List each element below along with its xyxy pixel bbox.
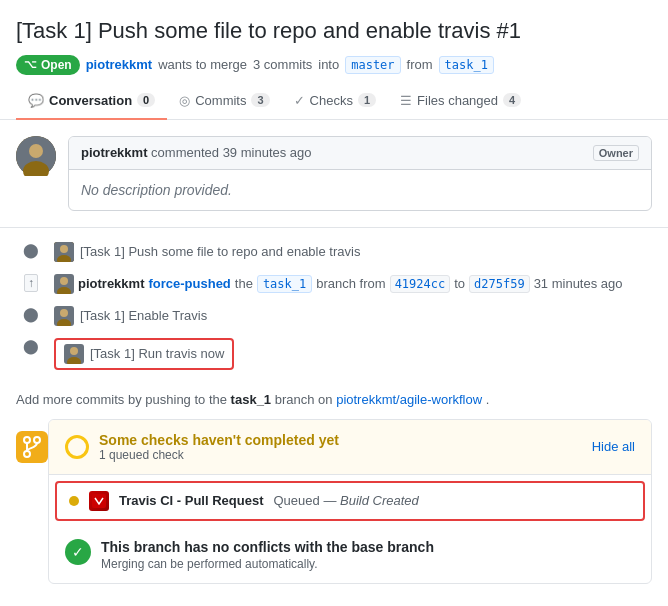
svg-point-15	[24, 437, 30, 443]
travis-ci-logo	[89, 491, 109, 511]
checks-subtitle: 1 queued check	[99, 448, 582, 462]
tab-files-changed[interactable]: ☰ Files changed 4	[388, 83, 533, 120]
timeline-icon-col: ⬤	[16, 242, 46, 258]
timeline: ⬤ [Task 1] Push some file to repo and en…	[0, 228, 668, 384]
page-title: [Task 1] Push some file to repo and enab…	[16, 16, 652, 47]
from-hash[interactable]: 41924cc	[390, 275, 451, 293]
push-branch-text: branch from	[316, 276, 385, 291]
status-label: Open	[41, 58, 72, 72]
svg-point-7	[60, 277, 68, 285]
files-count: 4	[503, 93, 521, 107]
hide-all-link[interactable]: Hide all	[592, 439, 635, 454]
note-branch: task_1	[231, 392, 271, 407]
timeline-icon-col: ↑	[16, 274, 46, 292]
check-queued: Queued	[274, 493, 320, 508]
timeline-icon-col: ⬤	[16, 338, 46, 354]
pr-commits-count: 3 commits	[253, 57, 312, 72]
checks-count: 1	[358, 93, 376, 107]
push-content: piotrekkmt force-pushed the task_1 branc…	[54, 274, 623, 294]
check-name: Travis CI - Pull Request	[119, 493, 264, 508]
note-pre: Add more commits by pushing to the	[16, 392, 231, 407]
avatar	[16, 136, 56, 176]
tab-conversation-label: Conversation	[49, 93, 132, 108]
svg-point-1	[29, 144, 43, 158]
comment-action: commented	[151, 145, 223, 160]
timeline-item: ↑ piotrekkmt force-pushed the task_1 bra…	[16, 268, 652, 300]
files-icon: ☰	[400, 93, 412, 108]
merge-status: ✓ This branch has no conflicts with the …	[49, 527, 651, 583]
tab-checks-label: Checks	[310, 93, 353, 108]
timeline-content: [Task 1] Push some file to repo and enab…	[54, 242, 360, 262]
checks-title-text: Some checks haven't completed yet	[99, 432, 582, 448]
tab-commits[interactable]: ◎ Commits 3	[167, 83, 281, 120]
comment-meta: piotrekkmt commented 39 minutes ago	[81, 145, 312, 160]
commit-dot-2: ⬤	[23, 306, 39, 322]
timeline-content-2: [Task 1] Enable Travis	[54, 306, 207, 326]
timeline-item: ⬤ [Task 1] Enable Travis	[16, 300, 652, 332]
checks-status-circle	[65, 435, 89, 459]
highlighted-commit: [Task 1] Run travis now	[54, 338, 234, 370]
status-badge: ⌥ Open	[16, 55, 80, 75]
svg-point-10	[60, 309, 68, 317]
tabs-bar: 💬 Conversation 0 ◎ Commits 3 ✓ Checks 1 …	[0, 83, 668, 120]
merge-subtitle: Merging can be performed automatically.	[101, 557, 635, 571]
timeline-item-highlighted: ⬤ [Task 1] Run travis now	[16, 332, 652, 376]
comment-text: No description provided.	[69, 170, 651, 210]
merge-title: This branch has no conflicts with the ba…	[101, 539, 635, 555]
base-branch[interactable]: master	[345, 56, 400, 74]
commit-avatar-3	[64, 344, 84, 364]
commit-avatar-2	[54, 306, 74, 326]
pr-into-text: into	[318, 57, 339, 72]
merge-icon: ⌥	[24, 58, 37, 71]
tab-commits-label: Commits	[195, 93, 246, 108]
check-item-travis: Travis CI - Pull Request Queued — Build …	[55, 481, 645, 521]
comment-body: piotrekkmt commented 39 minutes ago Owne…	[68, 136, 652, 211]
head-branch[interactable]: task_1	[439, 56, 494, 74]
timeline-item: ⬤ [Task 1] Push some file to repo and en…	[16, 236, 652, 268]
conversation-count: 0	[137, 93, 155, 107]
checks-title: Some checks haven't completed yet 1 queu…	[99, 432, 582, 462]
conversation-icon: 💬	[28, 93, 44, 108]
git-merge-icon	[16, 431, 48, 463]
check-status-dot	[69, 496, 79, 506]
note-post: .	[486, 392, 490, 407]
commit-dot: ⬤	[23, 242, 39, 258]
push-time: 31 minutes ago	[534, 276, 623, 291]
merge-content: This branch has no conflicts with the ba…	[101, 539, 635, 571]
note-repo-link[interactable]: piotrekkmt/agile-workflow	[336, 392, 482, 407]
comment-time: 39 minutes ago	[223, 145, 312, 160]
pr-author[interactable]: piotrekkmt	[86, 57, 152, 72]
push-user[interactable]: piotrekkmt	[78, 276, 144, 291]
commit-avatar	[54, 242, 74, 262]
checks-outer: Some checks haven't completed yet 1 queu…	[0, 419, 668, 584]
main-content: piotrekkmt commented 39 minutes ago Owne…	[0, 120, 668, 584]
push-avatar	[54, 274, 74, 294]
push-to: to	[454, 276, 465, 291]
comment-block: piotrekkmt commented 39 minutes ago Owne…	[0, 120, 668, 228]
svg-rect-19	[92, 494, 106, 508]
push-branch[interactable]: task_1	[257, 275, 312, 293]
push-icon: ↑	[24, 274, 38, 292]
tab-checks[interactable]: ✓ Checks 1	[282, 83, 388, 120]
pr-from-text: from	[407, 57, 433, 72]
commit-message: [Task 1] Push some file to repo and enab…	[80, 244, 360, 259]
checks-panel: Some checks haven't completed yet 1 queu…	[48, 419, 652, 584]
commit-message-3: [Task 1] Run travis now	[90, 346, 224, 361]
svg-point-17	[24, 451, 30, 457]
pr-meta: ⌥ Open piotrekkmt wants to merge 3 commi…	[16, 55, 652, 75]
owner-badge: Owner	[593, 145, 639, 161]
checks-header: Some checks haven't completed yet 1 queu…	[49, 420, 651, 475]
to-hash[interactable]: d275f59	[469, 275, 530, 293]
svg-point-16	[34, 437, 40, 443]
commits-icon: ◎	[179, 93, 190, 108]
commit-message-2: [Task 1] Enable Travis	[80, 308, 207, 323]
timeline-icon-col: ⬤	[16, 306, 46, 322]
tab-conversation[interactable]: 💬 Conversation 0	[16, 83, 167, 120]
svg-point-4	[60, 245, 68, 253]
check-detail: Build Created	[340, 493, 419, 508]
add-commits-note: Add more commits by pushing to the task_…	[0, 384, 668, 419]
comment-author[interactable]: piotrekkmt	[81, 145, 147, 160]
check-status: Queued — Build Created	[274, 493, 419, 508]
svg-point-13	[70, 347, 78, 355]
force-push-link[interactable]: force-pushed	[148, 276, 230, 291]
